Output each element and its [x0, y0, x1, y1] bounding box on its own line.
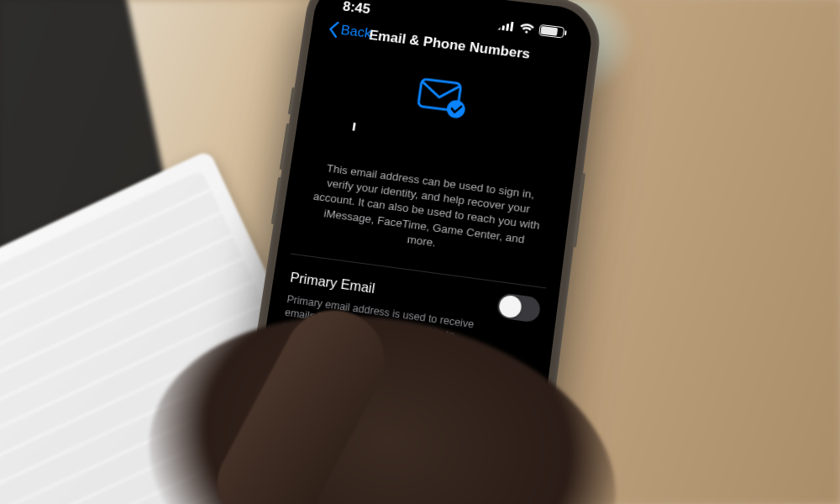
battery-icon: 75 [538, 24, 564, 39]
svg-rect-2 [506, 24, 509, 31]
chevron-left-icon [327, 21, 340, 38]
primary-email-toggle[interactable] [496, 292, 542, 323]
primary-email-label: Primary Email [289, 269, 375, 296]
mute-switch [288, 87, 296, 115]
battery-percent: 75 [547, 27, 556, 36]
svg-rect-3 [510, 22, 513, 32]
svg-rect-1 [501, 25, 505, 30]
svg-point-5 [446, 99, 466, 119]
status-time: 8:45 [342, 0, 371, 18]
wifi-icon [519, 23, 535, 34]
